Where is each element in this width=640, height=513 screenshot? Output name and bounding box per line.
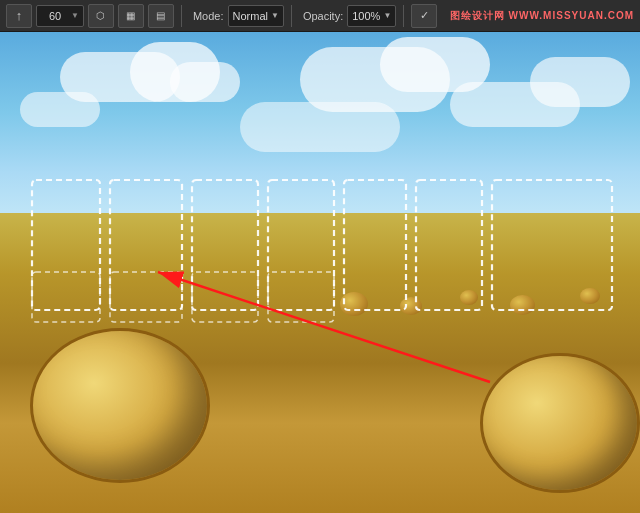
- svg-rect-6: [492, 180, 612, 310]
- mode-value: Normal: [233, 10, 268, 22]
- brush-size-box: 60 ▼: [36, 5, 84, 27]
- svg-rect-5: [416, 180, 482, 310]
- selection-arrow: [158, 272, 490, 382]
- svg-rect-3: [268, 180, 334, 310]
- svg-rect-10: [268, 272, 334, 322]
- opacity-dropdown-arrow: ▼: [383, 11, 391, 20]
- tool-move-button[interactable]: ↑: [6, 4, 32, 28]
- svg-rect-4: [344, 180, 406, 310]
- toolbar-separator-2: [291, 5, 292, 27]
- opacity-label: Opacity:: [303, 10, 343, 22]
- brush-size-input[interactable]: 60: [41, 10, 69, 22]
- opacity-dropdown[interactable]: 100% ▼: [347, 5, 396, 27]
- canvas-area: [0, 32, 640, 513]
- mode-label: Mode:: [193, 10, 224, 22]
- svg-rect-2: [192, 180, 258, 310]
- svg-rect-1: [110, 180, 182, 310]
- tool-airbrush-button[interactable]: ▦: [118, 4, 144, 28]
- toolbar-separator-1: [181, 5, 182, 27]
- svg-rect-8: [110, 272, 182, 322]
- mode-dropdown-arrow: ▼: [271, 11, 279, 20]
- svg-rect-0: [32, 180, 100, 310]
- harvest-text-selection: [0, 32, 640, 513]
- tool-sample-button[interactable]: ▤: [148, 4, 174, 28]
- opacity-value: 100%: [352, 10, 380, 22]
- tool-pressure-button[interactable]: ⬡: [88, 4, 114, 28]
- toolbar: ↑ 60 ▼ ⬡ ▦ ▤ Mode: Normal ▼ Opacity: 100…: [0, 0, 640, 32]
- svg-rect-9: [192, 272, 258, 322]
- toolbar-separator-3: [403, 5, 404, 27]
- mode-dropdown[interactable]: Normal ▼: [228, 5, 284, 27]
- tool-check-button[interactable]: ✓: [411, 4, 437, 28]
- svg-rect-7: [32, 272, 100, 322]
- watermark-text: 图绘设计网 WWW.MISSYUAN.COM: [450, 9, 634, 23]
